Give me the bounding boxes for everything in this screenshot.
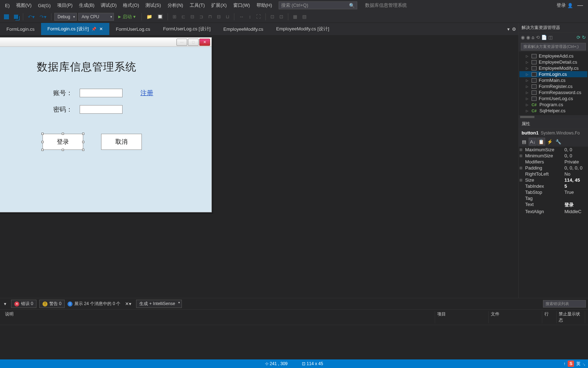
refresh-icon[interactable]: ⟳	[577, 35, 580, 40]
tab-formuserlog-design[interactable]: FormUserLog.cs [设计]	[156, 23, 217, 35]
tab-formlogin-design[interactable]: FormLogin.cs [设计] 📌 ✕	[41, 23, 110, 35]
center-h-icon[interactable]: ⊡	[269, 13, 276, 20]
prop-value[interactable]: 114, 45	[564, 177, 580, 183]
menu-item-help[interactable]: 帮助(H)	[254, 1, 275, 10]
layout-icon[interactable]: 🔲	[155, 13, 165, 20]
prop-row-maximumsize[interactable]: ⊞MaximumSize0, 0	[519, 147, 588, 153]
tree-item-program-cs[interactable]: ▷C#Program.cs	[519, 102, 587, 108]
tab-employeemodify-cs[interactable]: EmployeeModify.cs	[217, 24, 270, 35]
register-link[interactable]: 注册	[140, 89, 153, 97]
password-label[interactable]: 密码：	[53, 105, 75, 114]
tabs-gear-icon[interactable]: ⚙	[512, 26, 516, 32]
platform-dropdown[interactable]: Any CPU	[78, 13, 114, 21]
resize-handle[interactable]	[62, 149, 64, 151]
tree-item-employeedetail-cs[interactable]: ▷EmployeeDetail.cs	[519, 59, 587, 65]
menu-item-format[interactable]: 格式(O)	[120, 1, 142, 10]
categorize-icon[interactable]: ▤	[520, 138, 528, 146]
menu-item[interactable]: E)	[2, 1, 13, 10]
login-button[interactable]: 登录 👤	[557, 2, 573, 9]
expand-icon[interactable]: ⛶	[254, 13, 263, 20]
resize-handle[interactable]	[82, 141, 84, 143]
solution-search[interactable]: 搜索解决方案资源管理器(Ctrl+;)	[519, 42, 588, 51]
header-description[interactable]: 说明	[3, 311, 435, 323]
error-scope-dropdown[interactable]: ▾	[2, 300, 8, 308]
menu-item-extensions[interactable]: 扩展(X)	[208, 1, 229, 10]
winform-preview[interactable]: — ◻ ✕ 数据库信息管理系统 账号： 注册 密码：	[0, 37, 212, 212]
properties-grid[interactable]: ⊞MaximumSize0, 0⊞MinimumSize0, 0Modifier…	[519, 147, 588, 298]
align-right-icon[interactable]: ⊐	[198, 13, 205, 20]
account-label[interactable]: 账号：	[53, 89, 75, 97]
send-back-icon[interactable]: ▧	[300, 13, 308, 20]
tree-item-formregister-cs[interactable]: ▷FormRegister.cs	[519, 83, 587, 89]
prop-value[interactable]: MiddleC	[564, 209, 582, 214]
menu-item-window[interactable]: 窗口(W)	[230, 1, 253, 10]
sync-icon[interactable]: ⟲	[536, 35, 540, 40]
clear-filter-icon[interactable]: ✕▾	[123, 300, 133, 308]
expander-icon[interactable]: ▷	[526, 103, 529, 107]
form-title-label[interactable]: 数据库信息管理系统	[37, 60, 201, 74]
prop-row-righttoleft[interactable]: RightToLeftNo	[519, 171, 588, 177]
prop-row-text[interactable]: Text登录	[519, 201, 588, 208]
back-icon[interactable]: ◉	[521, 35, 525, 40]
menu-item-tools[interactable]: 工具(T)	[187, 1, 208, 10]
prop-value[interactable]: No	[564, 171, 570, 177]
header-file[interactable]: 文件	[489, 311, 542, 323]
bring-front-icon[interactable]: ▦	[291, 13, 299, 20]
menu-item-test[interactable]: 测试(S)	[143, 1, 164, 10]
expander-icon[interactable]: ▷	[526, 60, 529, 64]
resize-handle[interactable]	[82, 149, 84, 151]
align-middle-icon[interactable]: ⊟	[215, 13, 223, 20]
expander-icon[interactable]: ▷	[526, 109, 529, 113]
prop-row-modifiers[interactable]: ModifiersPrivate	[519, 159, 588, 165]
menu-item-debug[interactable]: 调试(D)	[98, 1, 119, 10]
align-icon[interactable]: ⊞	[171, 13, 178, 20]
ime-badge-icon[interactable]: S	[568, 360, 574, 367]
vspace-icon[interactable]: ↕	[247, 13, 253, 20]
resize-handle[interactable]	[62, 133, 64, 135]
home-icon[interactable]: ⌂	[532, 35, 534, 40]
prop-value[interactable]: Private	[564, 159, 579, 165]
tree-item-formuserlog-cs[interactable]: ▷FormUserLog.cs	[519, 95, 587, 102]
close-icon[interactable]: ✕	[199, 39, 210, 46]
center-v-icon[interactable]: ⊡	[278, 13, 285, 20]
hspace-icon[interactable]: ↔	[237, 13, 245, 20]
menu-item-git[interactable]: Git(G)	[35, 1, 53, 10]
save-icon[interactable]	[2, 13, 11, 20]
show-all-icon[interactable]: 📄	[541, 35, 547, 40]
resize-handle[interactable]	[41, 141, 44, 143]
expander-icon[interactable]: ⊞	[519, 154, 522, 158]
toolbox-icon[interactable]: 📁	[145, 13, 154, 20]
expander-icon[interactable]: ⊞	[519, 148, 522, 152]
resize-handle[interactable]	[41, 133, 44, 135]
alphabetical-icon[interactable]: A↓	[529, 138, 537, 146]
prop-row-textalign[interactable]: TextAlignMiddleC	[519, 208, 588, 215]
expander-icon[interactable]: ▷	[526, 97, 529, 100]
menu-item-project[interactable]: 项目(P)	[54, 1, 75, 10]
upload-icon[interactable]: ↑	[563, 361, 565, 366]
align-bottom-icon[interactable]: ⊔	[224, 13, 231, 20]
login-form-button[interactable]: 登录	[43, 134, 83, 150]
properties-object-selector[interactable]: button1 System.Windows.Fo	[519, 129, 588, 137]
minimize-icon[interactable]: —	[577, 2, 582, 9]
prop-row-padding[interactable]: ⊞Padding0, 0, 0, 0	[519, 165, 588, 171]
horizontal-scrollbar[interactable]	[519, 115, 588, 119]
designer-surface[interactable]: — ◻ ✕ 数据库信息管理系统 账号： 注册 密码：	[0, 35, 518, 298]
redo-icon[interactable]: ↷▾	[38, 13, 48, 21]
menu-item-analyze[interactable]: 分析(N)	[165, 1, 186, 10]
search-box[interactable]: 搜索 (Ctrl+Q) 🔍	[279, 1, 357, 9]
password-input[interactable]	[80, 105, 123, 114]
tabs-dropdown-icon[interactable]: ▾	[507, 26, 510, 32]
menu-item-build[interactable]: 生成(B)	[76, 1, 97, 10]
prop-row-tabstop[interactable]: TabStopTrue	[519, 189, 588, 195]
align-left-icon[interactable]: ⊏	[180, 13, 187, 20]
prop-row-tabindex[interactable]: TabIndex5	[519, 183, 588, 189]
minimize-icon[interactable]: —	[176, 39, 187, 46]
menu-item-view[interactable]: 视图(V)	[13, 1, 34, 10]
prop-value[interactable]: 0, 0, 0, 0	[564, 165, 583, 171]
tab-formlogin-cs[interactable]: FormLogin.cs	[0, 24, 41, 35]
sync2-icon[interactable]: ↻	[582, 35, 586, 40]
build-filter-dropdown[interactable]: 生成 + IntelliSense	[136, 300, 182, 308]
prop-row-minimumsize[interactable]: ⊞MinimumSize0, 0	[519, 153, 588, 159]
maximize-icon[interactable]: ◻	[188, 39, 199, 46]
save-all-icon[interactable]	[12, 14, 20, 20]
